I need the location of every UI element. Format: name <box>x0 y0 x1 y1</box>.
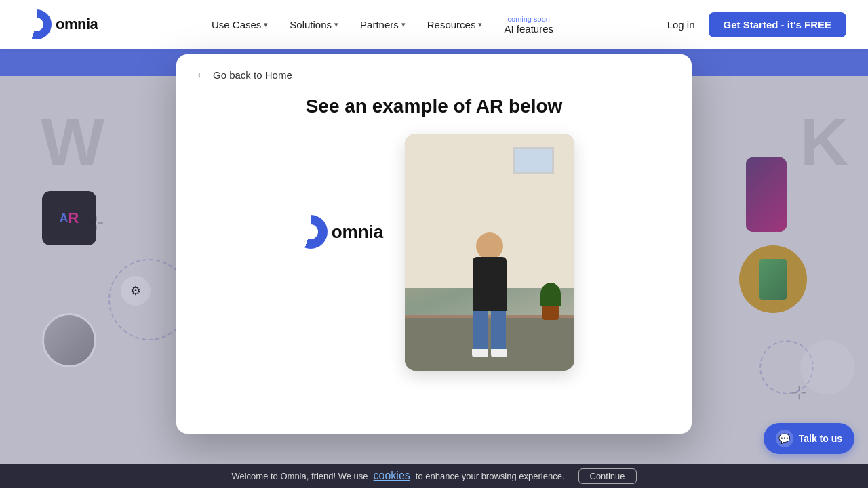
person-feet <box>472 349 507 357</box>
person-body <box>473 257 507 311</box>
nav-right: Log in Get Started - it's FREE <box>667 12 846 37</box>
chevron-down-icon: ▾ <box>478 20 482 29</box>
modal-title: See an example of AR below <box>176 96 692 117</box>
modal-logo-area: omnia <box>294 134 384 249</box>
chat-icon: 💬 <box>776 430 793 447</box>
modal-backdrop: ← Go back to Home See an example of AR b… <box>0 49 868 464</box>
chevron-down-icon: ▾ <box>401 20 406 29</box>
nav-partners[interactable]: Partners ▾ <box>360 19 406 30</box>
chevron-down-icon: ▾ <box>264 20 268 29</box>
talk-to-us-button[interactable]: 💬 Talk to us <box>764 423 854 454</box>
navbar: omnia Use Cases ▾ Solutions ▾ Partners ▾… <box>0 0 868 49</box>
omnia-logo-text: omnia <box>332 222 384 243</box>
ar-demo-image <box>405 134 574 371</box>
logo[interactable]: omnia <box>22 9 98 39</box>
nav-resources[interactable]: Resources ▾ <box>427 19 483 30</box>
back-arrow-icon: ← <box>195 68 208 82</box>
cookie-link[interactable]: cookies <box>374 470 410 482</box>
login-link[interactable]: Log in <box>667 19 695 30</box>
person-head <box>476 232 503 260</box>
coming-soon-badge: coming soon <box>508 15 550 23</box>
back-to-home-link[interactable]: ← Go back to Home <box>176 54 311 87</box>
omnia-logo-circle <box>294 215 328 249</box>
omnia-logo-modal: omnia <box>294 215 384 249</box>
logo-text: omnia <box>56 16 98 33</box>
cookie-text2: to enhance your browsing experience. <box>416 471 565 481</box>
ar-demo-bg <box>405 134 574 371</box>
ar-modal: ← Go back to Home See an example of AR b… <box>176 54 692 434</box>
cookie-bar: Welcome to Omnia, friend! We use cookies… <box>0 464 868 488</box>
modal-body: omnia <box>176 134 692 392</box>
cookie-continue-button[interactable]: Continue <box>578 468 637 484</box>
nav-solutions[interactable]: Solutions ▾ <box>290 19 338 30</box>
room-plant <box>540 283 561 317</box>
nav-use-cases[interactable]: Use Cases ▾ <box>212 19 268 30</box>
nav-links: Use Cases ▾ Solutions ▾ Partners ▾ Resou… <box>212 15 553 35</box>
chevron-down-icon: ▾ <box>334 20 338 29</box>
room-window <box>513 147 554 174</box>
person-legs <box>473 311 506 352</box>
cookie-text: Welcome to Omnia, friend! We use <box>231 471 368 481</box>
get-started-button[interactable]: Get Started - it's FREE <box>709 12 846 37</box>
logo-icon <box>22 9 52 39</box>
nav-ai-features[interactable]: coming soon AI features <box>504 15 553 35</box>
person-figure <box>472 232 507 357</box>
